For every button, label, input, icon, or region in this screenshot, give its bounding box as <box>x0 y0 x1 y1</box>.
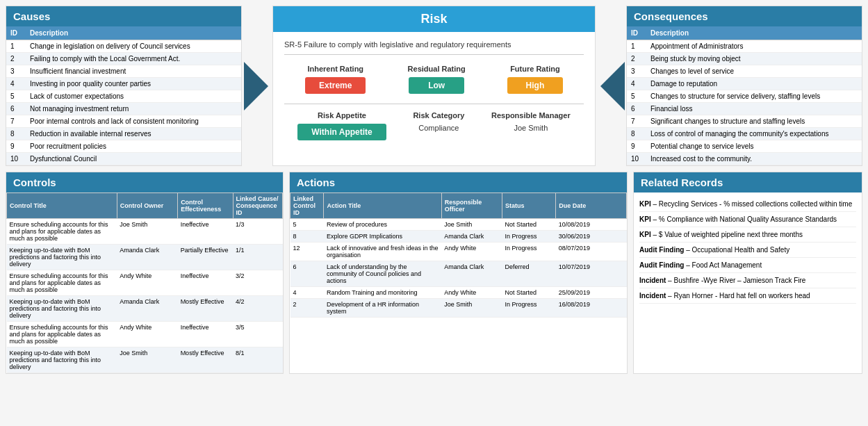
cause-id: 9 <box>6 140 26 153</box>
consequence-desc: Changes to level of service <box>646 65 862 78</box>
control-linked: 8/1 <box>233 347 282 373</box>
residual-badge: Low <box>409 77 464 94</box>
causes-col-id: ID <box>6 26 26 40</box>
consequence-row: 5Changes to structure for service delive… <box>627 90 862 103</box>
related-item: Audit Finding – Occupational Health and … <box>639 243 856 258</box>
action-title: Development of a HR information system <box>324 299 441 318</box>
action-status: Deferred <box>502 261 555 287</box>
consequence-row: 9Potential change to service levels <box>627 140 862 153</box>
control-owner: Amanda Clark <box>117 245 177 270</box>
related-item-prefix: KPI <box>639 231 651 238</box>
category-label: Risk Category <box>413 111 464 120</box>
control-owner: Amanda Clark <box>117 296 177 322</box>
manager-value: Joe Smith <box>514 124 548 132</box>
consequence-desc: Appointment of Administrators <box>646 40 862 53</box>
related-item-text: – Recycling Services - % missed collecti… <box>651 200 853 208</box>
risk-header: Risk <box>273 6 595 32</box>
consequence-id: 4 <box>627 78 646 90</box>
risk-content: SR-5 Failure to comply with legislative … <box>273 32 595 165</box>
action-row: 2Development of a HR information systemJ… <box>290 299 627 318</box>
action-id: 8 <box>290 231 324 243</box>
consequence-desc: Changes to structure for service deliver… <box>646 90 862 103</box>
actions-header: Actions <box>290 172 627 192</box>
control-linked: 1/1 <box>233 245 282 270</box>
action-status: Not Started <box>502 287 555 299</box>
cause-desc: Poor recruitment policies <box>26 140 241 153</box>
cause-desc: Investing in poor quality counter partie… <box>26 78 241 90</box>
control-effectiveness: Ineffective <box>178 322 233 347</box>
risk-title: SR-5 Failure to comply with legislative … <box>284 40 584 55</box>
control-title: Ensure scheduling accounts for this and … <box>7 270 117 296</box>
consequence-desc: Loss of control of managing the communit… <box>646 128 862 140</box>
control-linked: 4/2 <box>233 296 282 322</box>
inherent-label: Inherent Rating <box>307 65 363 73</box>
causes-row: 7Poor internal controls and lack of cons… <box>6 115 241 128</box>
cause-desc: Reduction in available internal reserves <box>26 128 241 140</box>
control-row: Keeping up-to-date with BoM predictions … <box>7 245 283 270</box>
consequence-id: 9 <box>627 140 646 153</box>
related-panel: Related Records KPI – Recycling Services… <box>633 172 862 374</box>
controls-col-owner: Control Owner <box>117 193 177 219</box>
control-effectiveness: Mostly Effective <box>178 296 233 322</box>
arrow-left-icon <box>600 62 625 110</box>
consequence-desc: Damage to reputation <box>646 78 862 90</box>
cause-desc: Lack of customer expectations <box>26 90 241 103</box>
manager-col: Responsible Manager Joe Smith <box>491 111 571 140</box>
main-container: Causes ID Description 1Change in legisla… <box>0 0 868 379</box>
consequence-row: 2Being stuck by moving object <box>627 53 862 65</box>
action-id: 2 <box>290 299 324 318</box>
appetite-label: Risk Appetite <box>318 111 366 120</box>
arrow-right-icon <box>244 62 268 110</box>
control-row: Keeping up-to-date with BoM predictions … <box>7 347 283 373</box>
cause-desc: Dysfunctional Council <box>26 153 241 165</box>
consequences-header: Consequences <box>627 6 862 26</box>
cause-id: 4 <box>6 78 26 90</box>
action-officer: Amanda Clark <box>441 261 502 287</box>
controls-panel: Controls Control Title Control Owner Con… <box>6 172 284 374</box>
action-due: 16/08/2019 <box>556 299 627 318</box>
cause-id: 8 <box>6 128 26 140</box>
consequences-col-desc: Description <box>646 26 862 40</box>
actions-table: Linked Control ID Action Title Responsib… <box>290 192 627 318</box>
control-title: Keeping up-to-date with BoM predictions … <box>7 296 117 322</box>
control-title: Keeping up-to-date with BoM predictions … <box>7 245 117 270</box>
actions-col-officer: Responsible Officer <box>441 193 502 219</box>
actions-panel: Actions Linked Control ID Action Title R… <box>289 172 628 374</box>
consequence-id: 10 <box>627 153 646 165</box>
causes-row: 6Not managing investment return <box>6 103 241 115</box>
control-owner: Andy White <box>117 270 177 296</box>
ratings-row: Inherent Rating Extreme Residual Rating … <box>284 65 584 94</box>
action-row: 8Explore GDPR ImplicationsAmanda ClarkIn… <box>290 231 627 243</box>
cause-id: 2 <box>6 53 26 65</box>
consequence-id: 5 <box>627 90 646 103</box>
action-due: 08/07/2019 <box>556 243 627 261</box>
control-owner: Andy White <box>117 322 177 347</box>
causes-row: 9Poor recruitment policies <box>6 140 241 153</box>
cause-id: 7 <box>6 115 26 128</box>
related-item: Incident – Ryan Horner - Hard hat fell o… <box>639 288 856 304</box>
action-officer: Joe Smith <box>441 299 502 318</box>
related-item-text: – Food Act Management <box>684 261 762 269</box>
consequence-row: 6Financial loss <box>627 103 862 115</box>
action-title: Random Training and monitoring <box>324 287 441 299</box>
related-item-text: – Occupational Health and Safety <box>684 246 789 254</box>
control-row: Ensure scheduling accounts for this and … <box>7 270 283 296</box>
action-officer: Joe Smith <box>441 219 502 231</box>
cause-desc: Change in legislation on delivery of Cou… <box>26 40 241 53</box>
consequence-id: 7 <box>627 115 646 128</box>
appetite-badge: Within Appetite <box>297 124 386 140</box>
cause-id: 3 <box>6 65 26 78</box>
action-status: In Progress <box>502 243 555 261</box>
future-badge: High <box>507 77 563 94</box>
consequence-row: 10Increased cost to the community. <box>627 153 862 165</box>
causes-row: 2Failing to comply with the Local Govern… <box>6 53 241 65</box>
action-id: 5 <box>290 219 324 231</box>
control-linked: 1/3 <box>233 219 282 245</box>
related-item-prefix: KPI <box>639 215 651 223</box>
cause-id: 10 <box>6 153 26 165</box>
related-item: KPI – Recycling Services - % missed coll… <box>639 197 856 212</box>
top-row: Causes ID Description 1Change in legisla… <box>0 0 868 169</box>
related-item: KPI – $ Value of weighted pipeline next … <box>639 227 856 243</box>
consequence-desc: Financial loss <box>646 103 862 115</box>
consequence-row: 8Loss of control of managing the communi… <box>627 128 862 140</box>
